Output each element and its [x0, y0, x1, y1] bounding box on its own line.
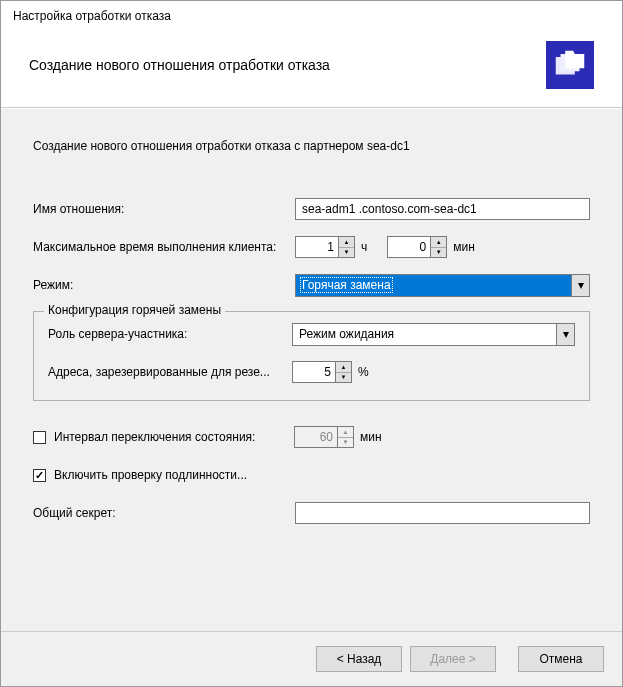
reserved-down-button[interactable]: ▼	[336, 373, 351, 383]
reserved-up-button[interactable]: ▲	[336, 362, 351, 373]
window-title: Настройка отработки отказа	[1, 1, 622, 27]
reserved-unit: %	[358, 365, 369, 379]
secret-input[interactable]	[295, 502, 590, 524]
next-button: Далее >	[410, 646, 496, 672]
hours-input[interactable]	[295, 236, 339, 258]
interval-up-button: ▲	[338, 427, 353, 438]
minutes-up-button[interactable]: ▲	[431, 237, 446, 248]
minutes-input[interactable]	[387, 236, 431, 258]
reserved-input[interactable]	[292, 361, 336, 383]
secret-label: Общий секрет:	[33, 506, 295, 520]
hours-unit: ч	[361, 240, 367, 254]
chevron-down-icon: ▾	[571, 275, 589, 296]
relation-name-label: Имя отношения:	[33, 202, 295, 216]
hours-down-button[interactable]: ▼	[339, 248, 354, 258]
interval-checkbox[interactable]	[33, 431, 46, 444]
mode-value: Горячая замена	[300, 277, 393, 293]
hot-standby-group: Конфигурация горячей замены Роль сервера…	[33, 311, 590, 401]
button-bar: < Назад Далее > Отмена	[1, 631, 622, 686]
mode-label: Режим:	[33, 278, 295, 292]
hot-standby-legend: Конфигурация горячей замены	[44, 303, 225, 317]
minutes-unit: мин	[453, 240, 475, 254]
back-button[interactable]: < Назад	[316, 646, 402, 672]
header-banner: Создание нового отношения отработки отка…	[1, 27, 622, 108]
interval-down-button: ▼	[338, 438, 353, 448]
role-select[interactable]: Режим ожидания ▾	[292, 323, 575, 346]
chevron-down-icon: ▾	[556, 324, 574, 345]
interval-unit: мин	[360, 430, 382, 444]
interval-label[interactable]: Интервал переключения состояния:	[54, 430, 294, 444]
hours-up-button[interactable]: ▲	[339, 237, 354, 248]
minutes-down-button[interactable]: ▼	[431, 248, 446, 258]
role-label: Роль сервера-участника:	[48, 327, 292, 341]
reserved-label: Адреса, зарезервированные для резе...	[48, 365, 292, 379]
folders-icon	[546, 41, 594, 89]
relation-name-input[interactable]	[295, 198, 590, 220]
auth-label[interactable]: Включить проверку подлинности...	[54, 468, 294, 482]
interval-input	[294, 426, 338, 448]
mode-select[interactable]: Горячая замена ▾	[295, 274, 590, 297]
auth-checkbox[interactable]	[33, 469, 46, 482]
intro-text: Создание нового отношения отработки отка…	[33, 139, 590, 153]
max-client-time-label: Максимальное время выполнения клиента:	[33, 240, 295, 254]
content-area: Создание нового отношения отработки отка…	[1, 108, 622, 631]
wizard-window: Настройка отработки отказа Создание ново…	[0, 0, 623, 687]
role-value: Режим ожидания	[299, 327, 394, 341]
cancel-button[interactable]: Отмена	[518, 646, 604, 672]
page-title: Создание нового отношения отработки отка…	[29, 57, 330, 73]
